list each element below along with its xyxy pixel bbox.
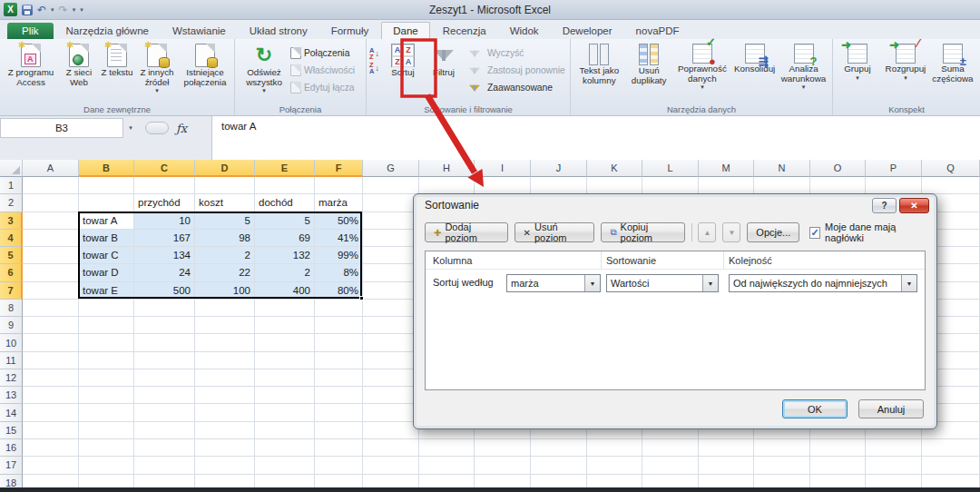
row-header-13[interactable]: 13 xyxy=(0,387,23,404)
cell-C13[interactable] xyxy=(134,387,195,404)
cell-C8[interactable] xyxy=(134,300,195,317)
cell-I16[interactable] xyxy=(475,439,531,457)
tab-data[interactable]: Dane xyxy=(381,22,430,39)
cell-E17[interactable] xyxy=(255,457,315,474)
cell-N17[interactable] xyxy=(754,457,810,474)
cell-B1[interactable] xyxy=(79,177,134,194)
cell-F4[interactable]: 41% xyxy=(315,230,363,247)
existing-connections-button[interactable]: Istniejące połączenia xyxy=(179,42,231,87)
cell-H17[interactable] xyxy=(419,457,475,474)
cell-K1[interactable] xyxy=(587,177,642,194)
tab-formulas[interactable]: Formuły xyxy=(320,23,380,39)
cell-E11[interactable] xyxy=(255,352,315,369)
row-header-11[interactable]: 11 xyxy=(0,352,23,369)
cell-J16[interactable] xyxy=(531,439,587,457)
from-web-button[interactable]: ✱ Z sieci Web xyxy=(59,42,99,87)
cell-N1[interactable] xyxy=(754,177,810,194)
cell-B16[interactable] xyxy=(79,439,134,457)
formula-input[interactable]: towar A xyxy=(211,116,980,160)
insert-function-icon[interactable]: ƒx xyxy=(176,122,187,135)
text-to-columns-button[interactable]: Tekst jako kolumny xyxy=(573,42,625,85)
cell-E9[interactable] xyxy=(255,317,315,334)
cell-A14[interactable] xyxy=(23,404,79,421)
sort-button[interactable]: AZ ZA Sortuj xyxy=(383,42,423,78)
cell-F2[interactable]: marża xyxy=(315,194,363,212)
column-header-P[interactable]: P xyxy=(866,160,922,177)
cell-K16[interactable] xyxy=(587,439,642,457)
cell-G3[interactable] xyxy=(363,212,419,230)
cell-F6[interactable]: 8% xyxy=(315,264,363,281)
cell-E3[interactable]: 5 xyxy=(255,212,315,230)
tab-novapdf[interactable]: novaPDF xyxy=(625,23,691,39)
cell-F7[interactable]: 80% xyxy=(315,282,363,300)
cell-C3[interactable]: 10 xyxy=(134,212,195,230)
cell-L17[interactable] xyxy=(642,457,699,474)
checkbox-checked-icon[interactable]: ✓ xyxy=(809,227,820,239)
row-header-2[interactable]: 2 xyxy=(0,194,23,212)
data-validation-button[interactable]: ✓● Poprawność danych ▾ xyxy=(673,42,732,90)
cell-E2[interactable]: dochód xyxy=(255,194,315,212)
cell-E1[interactable] xyxy=(255,177,315,194)
cell-A3[interactable] xyxy=(23,212,79,230)
sort-za-button[interactable]: ZA ↓ xyxy=(369,62,379,74)
what-if-analysis-button[interactable]: ? Analiza warunkowa ▾ xyxy=(778,42,829,90)
cell-A4[interactable] xyxy=(23,230,79,247)
cell-D13[interactable] xyxy=(195,387,255,404)
row-header-4[interactable]: 4 xyxy=(0,230,23,247)
cell-K17[interactable] xyxy=(587,457,642,474)
cancel-button[interactable]: Anuluj xyxy=(858,399,924,418)
cell-E7[interactable]: 400 xyxy=(255,282,315,300)
cell-B5[interactable]: towar C xyxy=(79,247,134,264)
cell-A1[interactable] xyxy=(23,177,79,194)
cell-D6[interactable]: 22 xyxy=(195,264,255,281)
cell-E16[interactable] xyxy=(255,439,315,457)
subtotal-button[interactable]: ± Suma częściowa xyxy=(932,42,974,84)
cell-D7[interactable]: 100 xyxy=(195,282,255,300)
row-header-9[interactable]: 9 xyxy=(0,317,23,334)
cell-B7[interactable]: towar E xyxy=(79,282,134,300)
cell-B3[interactable]: towar A xyxy=(79,212,134,230)
add-level-button[interactable]: ✚ Dodaj poziom xyxy=(425,222,508,242)
cell-C2[interactable]: przychód xyxy=(134,194,195,212)
column-header-L[interactable]: L xyxy=(642,160,699,177)
column-header-A[interactable]: A xyxy=(23,160,79,177)
cell-F9[interactable] xyxy=(315,317,363,334)
tab-home[interactable]: Narzędzia główne xyxy=(55,23,160,39)
cell-B9[interactable] xyxy=(79,317,134,334)
cell-A2[interactable] xyxy=(23,194,79,212)
cell-G8[interactable] xyxy=(363,300,419,317)
cell-A13[interactable] xyxy=(23,387,79,404)
cell-J1[interactable] xyxy=(531,177,587,194)
sort-column-dropdown[interactable]: marża ▼ xyxy=(506,274,601,292)
column-header-H[interactable]: H xyxy=(419,160,475,177)
cell-G11[interactable] xyxy=(363,352,419,369)
cell-M16[interactable] xyxy=(699,439,754,457)
column-header-Q[interactable]: Q xyxy=(922,160,980,177)
cell-F3[interactable]: 50% xyxy=(315,212,363,230)
ungroup-button[interactable]: ➜∕ Rozgrupuj ▾ xyxy=(879,42,932,81)
cell-B13[interactable] xyxy=(79,387,134,404)
help-button[interactable]: ? xyxy=(872,198,897,213)
column-header-D[interactable]: D xyxy=(195,160,255,177)
cell-G2[interactable] xyxy=(363,194,419,212)
column-header-B[interactable]: B xyxy=(79,160,134,177)
cell-P16[interactable] xyxy=(866,439,922,457)
dropdown-arrow-icon[interactable]: ▼ xyxy=(901,275,916,291)
cell-G16[interactable] xyxy=(363,439,419,457)
name-box-caret-icon[interactable]: ▾ xyxy=(124,118,137,138)
column-header-K[interactable]: K xyxy=(587,160,642,177)
cell-M1[interactable] xyxy=(699,177,754,194)
cell-E12[interactable] xyxy=(255,369,315,387)
cell-G5[interactable] xyxy=(363,247,419,264)
select-all-corner[interactable] xyxy=(0,160,23,177)
row-header-8[interactable]: 8 xyxy=(0,300,23,317)
cell-G6[interactable] xyxy=(363,264,419,281)
copy-level-button[interactable]: ⧉ Kopiuj poziom xyxy=(601,222,684,242)
column-header-O[interactable]: O xyxy=(810,160,866,177)
advanced-filter-button[interactable]: Zaawansowane xyxy=(465,80,565,95)
close-icon[interactable]: ✕ xyxy=(899,198,929,213)
sort-az-button[interactable]: AZ ↓ xyxy=(369,47,379,60)
column-header-I[interactable]: I xyxy=(475,160,531,177)
cell-M17[interactable] xyxy=(699,457,754,474)
cell-D2[interactable]: koszt xyxy=(195,194,255,212)
